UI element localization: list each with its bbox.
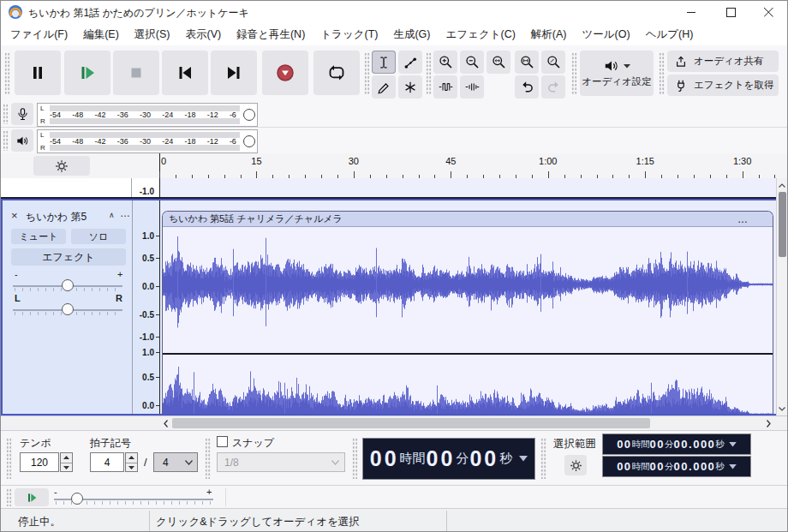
playback-meter-speaker-button[interactable] (11, 129, 33, 152)
multi-tool-button[interactable] (398, 75, 422, 99)
track-previous[interactable]: -1.0 (1, 178, 776, 198)
vertical-scrollbar-thumb[interactable] (779, 192, 786, 257)
share-audio-button[interactable]: オーディオ共有 (667, 51, 779, 72)
skip-to-end-button[interactable] (211, 51, 257, 95)
scroll-up-button[interactable] (777, 180, 787, 190)
audio-setup-button[interactable]: オーディオ設定 (580, 51, 654, 96)
envelope-tool-button[interactable] (398, 51, 422, 74)
track-close-button[interactable]: × (11, 210, 18, 221)
scroll-down-button[interactable] (777, 403, 787, 414)
menu-item-0[interactable]: ファイル(F) (3, 23, 75, 45)
snapping-gripper[interactable] (205, 438, 211, 479)
menu-item-7[interactable]: エフェクト(C) (439, 23, 523, 45)
tools-toolbar-gripper[interactable] (364, 52, 370, 95)
selection-start-field[interactable]: 00 時間 00 分 00.000 秒 (602, 433, 751, 455)
mute-button[interactable]: ミュート (11, 229, 66, 244)
track-name[interactable]: ちいかわ 第5 (26, 210, 87, 224)
snap-select[interactable]: 1/8 (217, 452, 345, 472)
sel-start-seconds[interactable]: 00.000 (674, 438, 716, 451)
menu-item-9[interactable]: ツール(O) (575, 23, 638, 45)
playback-meter-gripper[interactable] (3, 130, 9, 151)
timeline-options-button[interactable] (33, 156, 90, 176)
track-previous-waveform-area[interactable] (160, 178, 776, 198)
fit-selection-button[interactable] (487, 51, 510, 74)
menu-item-8[interactable]: 解析(A) (523, 23, 575, 45)
zoom-out-button[interactable] (460, 51, 484, 74)
menu-item-6[interactable]: 生成(G) (385, 23, 438, 45)
time-signature-upper-input[interactable]: 4 (90, 452, 124, 472)
sel-end-minutes[interactable]: 00 (650, 460, 665, 473)
time-signature-gripper[interactable] (6, 438, 12, 479)
fit-project-button[interactable] (515, 51, 539, 74)
trim-audio-button[interactable] (433, 75, 457, 99)
minimize-button[interactable] (672, 1, 711, 23)
audio-setup-gripper[interactable] (571, 52, 577, 95)
track-main[interactable]: × ちいかわ 第5 ∧ … ミュート ソロ エフェクト - + L R 1.00… (1, 199, 776, 415)
track-menu-button[interactable]: … (120, 207, 130, 219)
menu-item-3[interactable]: 表示(V) (177, 23, 229, 45)
time-seconds[interactable]: 00 (469, 446, 498, 471)
record-button[interactable] (262, 51, 308, 95)
horizontal-scrollbar[interactable] (1, 415, 787, 430)
track-collapse-button[interactable]: ∧ (109, 211, 115, 219)
selection-toolbar-gripper[interactable] (540, 438, 546, 479)
close-button[interactable] (749, 1, 787, 23)
waveform-channel-2[interactable] (163, 355, 773, 414)
loop-button[interactable] (313, 51, 360, 95)
play-button[interactable] (64, 51, 110, 95)
vertical-scrollbar[interactable] (776, 178, 787, 415)
speed-slider-thumb[interactable] (71, 493, 83, 505)
menu-item-2[interactable]: 選択(S) (127, 23, 178, 45)
scroll-right-button[interactable] (762, 417, 774, 429)
timeline-ruler[interactable]: 01530451:001:151:30 (1, 153, 787, 179)
snap-checkbox[interactable] (217, 436, 228, 447)
horizontal-scrollbar-thumb[interactable] (172, 418, 650, 428)
selection-options-button[interactable] (564, 455, 587, 475)
stop-button[interactable] (113, 51, 159, 95)
menu-item-1[interactable]: 編集(E) (75, 23, 127, 45)
sel-end-seconds[interactable]: 00.000 (674, 460, 716, 473)
time-minutes[interactable]: 00 (427, 446, 456, 471)
time-signature-lower-select[interactable]: 4 (153, 452, 198, 472)
edit-toolbar-gripper[interactable] (426, 52, 432, 95)
tempo-spinner[interactable] (60, 452, 73, 472)
recording-meter-gripper[interactable] (3, 104, 9, 124)
maximize-button[interactable] (711, 1, 750, 23)
pause-button[interactable] (15, 51, 61, 95)
gain-slider-thumb[interactable] (62, 279, 74, 291)
time-display[interactable]: 00 時間 00 分 00 秒 (362, 438, 535, 480)
sel-end-hours[interactable]: 00 (617, 460, 631, 473)
tempo-input[interactable]: 120 (20, 452, 59, 472)
play-at-speed-button[interactable] (15, 488, 49, 506)
effects-button[interactable]: エフェクト (11, 248, 126, 266)
playback-meter[interactable]: L R -54-48-42-36-30-24-18-12-6 (37, 129, 258, 153)
record-meter-mic-button[interactable] (11, 103, 33, 125)
play-at-speed-gripper[interactable] (6, 488, 12, 506)
zoom-toggle-button[interactable] (541, 51, 565, 74)
waveform-channel-1[interactable] (163, 227, 773, 342)
clip-header[interactable]: ちいかわ 第5話 チャリメラ／チャルメラ … (163, 212, 773, 227)
menu-item-4[interactable]: 録音と再生(N) (229, 23, 313, 45)
transport-toolbar-gripper[interactable] (4, 52, 10, 95)
get-effects-button[interactable]: エフェクトを取得 (667, 75, 779, 96)
menu-item-10[interactable]: ヘルプ(H) (638, 23, 701, 45)
recording-meter[interactable]: L R -54-48-42-36-30-24-18-12-6 (37, 103, 258, 127)
menu-item-5[interactable]: トラック(T) (313, 23, 385, 45)
undo-button[interactable] (515, 75, 539, 99)
share-toolbar-gripper[interactable] (659, 52, 665, 95)
pan-slider-thumb[interactable] (62, 303, 74, 315)
draw-tool-button[interactable] (372, 75, 396, 99)
time-signature-spinner[interactable] (125, 452, 138, 472)
redo-button[interactable] (541, 75, 565, 99)
silence-audio-button[interactable] (460, 75, 484, 99)
skip-to-start-button[interactable] (162, 51, 208, 95)
selection-tool-button[interactable] (372, 51, 396, 74)
time-hours[interactable]: 00 (370, 446, 399, 471)
scroll-left-button[interactable] (159, 417, 171, 429)
selection-end-field[interactable]: 00 時間 00 分 00.000 秒 (602, 456, 751, 477)
clip-menu-button[interactable]: … (737, 213, 749, 225)
solo-button[interactable]: ソロ (71, 229, 126, 244)
audio-clip[interactable]: ちいかわ 第5話 チャリメラ／チャルメラ … (162, 211, 773, 414)
zoom-in-button[interactable] (433, 51, 457, 74)
sel-start-minutes[interactable]: 00 (650, 438, 665, 451)
